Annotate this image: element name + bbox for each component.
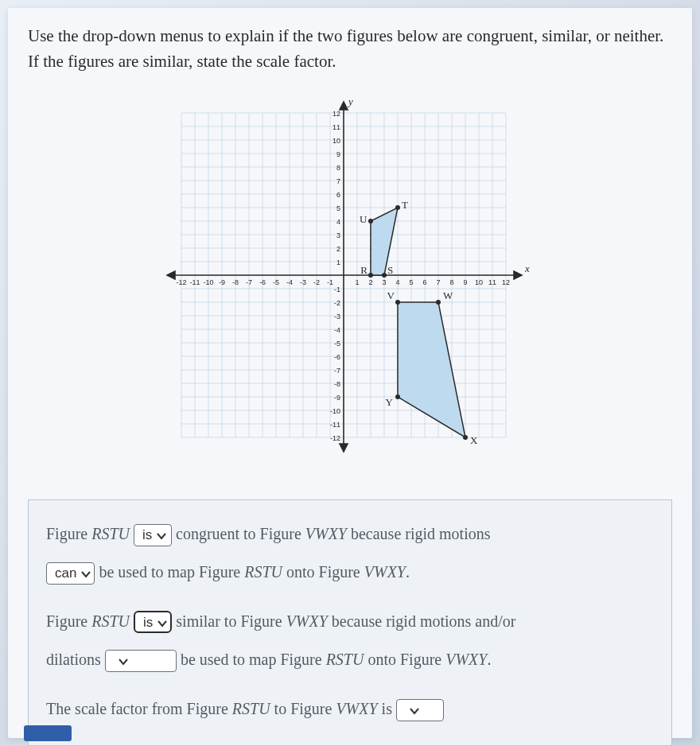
svg-text:-6: -6: [334, 353, 340, 361]
figure-name: RSTU: [244, 563, 282, 581]
svg-text:-6: -6: [259, 278, 266, 286]
svg-text:6: 6: [422, 278, 426, 286]
svg-text:-1: -1: [334, 286, 340, 293]
dropdown-similar-is[interactable]: is: [134, 611, 172, 633]
svg-text:-5: -5: [334, 340, 340, 348]
vertex-w: W: [443, 289, 453, 301]
svg-text:4: 4: [336, 218, 340, 226]
svg-text:11: 11: [488, 278, 496, 286]
figure-name: RSTU: [91, 525, 130, 542]
text: to Figure: [270, 700, 336, 717]
svg-text:12: 12: [332, 110, 340, 118]
svg-text:10: 10: [332, 137, 340, 145]
svg-text:-3: -3: [334, 313, 340, 321]
svg-text:4: 4: [395, 278, 399, 286]
svg-text:-8: -8: [232, 278, 239, 286]
svg-marker-54: [340, 102, 348, 110]
svg-text:2: 2: [368, 278, 372, 286]
svg-text:-11: -11: [330, 421, 340, 429]
vertex-r: R: [360, 264, 368, 276]
text: because rigid motions: [347, 525, 491, 542]
svg-text:-7: -7: [246, 278, 252, 286]
svg-text:-8: -8: [334, 380, 340, 388]
svg-marker-55: [340, 444, 348, 452]
text: .: [487, 651, 491, 668]
figure-name: RSTU: [91, 612, 130, 630]
svg-text:-4: -4: [334, 326, 340, 334]
svg-text:-3: -3: [300, 278, 306, 286]
text: is: [378, 700, 396, 717]
y-axis-label: y: [347, 95, 353, 107]
vertex-x: X: [470, 434, 478, 446]
graph-area: y x -12-11-10-9-8-7-6-5-4-3-2-1 12345678…: [28, 94, 672, 468]
chevron-down-icon: [410, 701, 419, 721]
text: similar to Figure: [176, 612, 286, 630]
svg-marker-53: [167, 271, 175, 279]
svg-point-109: [436, 300, 441, 305]
svg-text:9: 9: [463, 278, 467, 286]
question-prompt: Use the drop-down menus to explain if th…: [28, 24, 672, 74]
svg-marker-52: [514, 271, 522, 279]
svg-point-104: [368, 273, 373, 278]
text: onto Figure: [364, 651, 445, 668]
svg-point-106: [395, 205, 400, 210]
vertex-u: U: [360, 213, 368, 225]
svg-text:8: 8: [336, 164, 340, 172]
text: Figure: [46, 525, 91, 542]
vertex-v: V: [387, 289, 395, 301]
chevron-down-icon: [158, 614, 167, 633]
svg-text:-10: -10: [330, 407, 340, 415]
coordinate-plane: y x -12-11-10-9-8-7-6-5-4-3-2-1 12345678…: [159, 94, 541, 468]
svg-text:10: 10: [475, 278, 483, 286]
svg-text:11: 11: [332, 123, 340, 131]
vertex-s: S: [387, 264, 393, 276]
svg-text:-10: -10: [203, 278, 213, 286]
svg-text:9: 9: [336, 150, 340, 158]
svg-point-105: [382, 273, 387, 278]
svg-text:7: 7: [336, 177, 340, 185]
text: be used to map Figure: [99, 563, 244, 581]
svg-point-111: [395, 394, 400, 399]
dropdown-congruent-is[interactable]: is: [134, 524, 172, 546]
svg-text:-2: -2: [334, 299, 340, 307]
vertex-t: T: [402, 199, 408, 211]
svg-text:-12: -12: [330, 434, 340, 442]
svg-text:12: 12: [502, 278, 510, 286]
svg-text:1: 1: [355, 278, 359, 286]
svg-text:3: 3: [382, 278, 386, 286]
figure-name: VWXY: [305, 525, 347, 542]
dropdown-can[interactable]: can: [46, 562, 95, 585]
dropdown-dilations[interactable]: [105, 650, 177, 672]
chevron-down-icon: [157, 526, 166, 546]
svg-text:5: 5: [336, 204, 340, 212]
answer-panel: Figure RSTU is congruent to Figure VWXY …: [28, 499, 672, 746]
dropdown-scale-factor[interactable]: [396, 699, 444, 721]
text: dilations: [46, 651, 105, 668]
svg-text:5: 5: [409, 278, 413, 286]
svg-text:-11: -11: [189, 278, 200, 286]
text: The scale factor from Figure: [46, 700, 232, 717]
svg-text:-9: -9: [334, 394, 340, 402]
text: onto Figure: [282, 563, 364, 581]
svg-point-110: [463, 435, 468, 440]
figure-name: VWXY: [336, 700, 377, 717]
svg-point-107: [368, 219, 373, 223]
footer-button[interactable]: [24, 725, 72, 741]
text: be used to map Figure: [181, 651, 326, 668]
text: Figure: [46, 612, 91, 630]
svg-text:3: 3: [336, 231, 340, 239]
svg-text:-5: -5: [273, 278, 279, 286]
svg-text:-9: -9: [219, 278, 225, 286]
chevron-down-icon: [119, 652, 128, 671]
svg-text:7: 7: [436, 278, 440, 286]
svg-point-108: [395, 300, 400, 305]
question-container: Use the drop-down menus to explain if th…: [8, 8, 692, 738]
figure-rstu: [371, 208, 398, 275]
svg-text:2: 2: [336, 245, 340, 253]
svg-text:-2: -2: [313, 278, 320, 286]
figure-name: VWXY: [286, 612, 328, 630]
figure-name: VWXY: [364, 563, 406, 581]
figure-name: VWXY: [445, 651, 487, 668]
text: because rigid motions and/or: [328, 612, 516, 630]
svg-text:1: 1: [336, 258, 340, 266]
